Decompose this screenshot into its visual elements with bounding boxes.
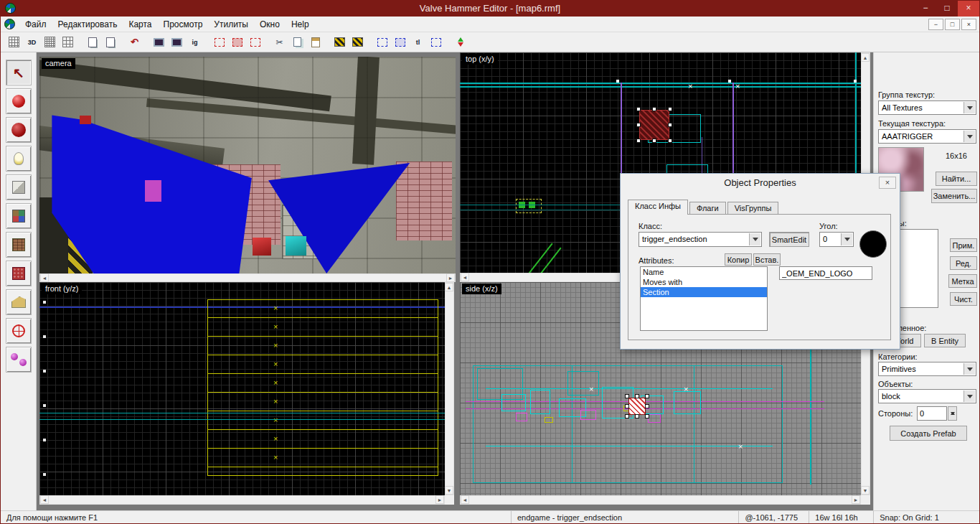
dropdown-arrow-icon[interactable] (841, 233, 852, 245)
copy-button[interactable] (289, 34, 306, 50)
toggle-grid-button[interactable] (6, 34, 22, 50)
replace-texture-button[interactable]: Заменить... (931, 189, 977, 203)
visgroup-purge-button[interactable]: Чист. (950, 292, 977, 306)
object-properties-dialog[interactable]: Object Properties × Класс Инфы Флаги Vis… (620, 173, 900, 350)
categories-dropdown[interactable]: Primitives (878, 362, 976, 376)
scroll-left-button[interactable] (40, 273, 49, 282)
selection-handle[interactable] (635, 394, 639, 398)
mdi-minimize-button[interactable]: − (928, 19, 943, 30)
run-map-button[interactable] (151, 34, 167, 50)
tab-flags[interactable]: Флаги (689, 202, 726, 214)
selection-handle[interactable] (645, 404, 649, 408)
toggle-ignore-groups-button[interactable]: ig (187, 34, 203, 50)
texture-lock-button[interactable]: tl (410, 34, 426, 50)
scroll-left-button[interactable] (40, 495, 49, 504)
scroll-right-button[interactable] (852, 495, 860, 504)
selection-handle[interactable] (625, 404, 629, 408)
paste-button[interactable] (307, 34, 324, 50)
selection-handle[interactable] (636, 123, 641, 127)
attribute-row-moves-with[interactable]: Moves with (641, 277, 767, 287)
menu-window[interactable]: Окно (254, 18, 286, 31)
copy-attributes-button[interactable]: Копир (725, 253, 752, 266)
menu-map[interactable]: Карта (123, 18, 157, 31)
camera-viewport[interactable]: camera (39, 57, 456, 282)
close-button[interactable]: × (958, 1, 979, 17)
selection-tool-button[interactable] (6, 60, 32, 85)
mdi-restore-button[interactable]: □ (945, 19, 960, 30)
faces-spinner[interactable] (948, 406, 957, 421)
dropdown-arrow-icon[interactable] (963, 363, 975, 375)
find-texture-button[interactable]: Найти... (936, 172, 977, 186)
front-hscrollbar[interactable] (39, 495, 445, 505)
edit-cordon-bounds-button[interactable] (211, 34, 227, 50)
objects-dropdown[interactable]: block (878, 389, 976, 403)
scroll-right-button[interactable] (435, 495, 444, 504)
block-tool-button[interactable] (6, 174, 32, 200)
selection-handle[interactable] (668, 123, 672, 127)
selection-handle[interactable] (625, 394, 629, 398)
toggle-cordon-state-button[interactable] (229, 34, 245, 50)
apply-texture-tool-button[interactable] (6, 232, 32, 258)
load-window-state-button[interactable] (84, 34, 100, 50)
selection-handle[interactable] (635, 414, 639, 418)
texture-group-dropdown[interactable]: All Textures (878, 100, 976, 115)
to-entity-button[interactable]: В Entity (924, 334, 966, 347)
create-prefab-button[interactable]: Создать Prefab (890, 426, 967, 441)
dropdown-arrow-icon[interactable] (963, 102, 975, 113)
dropdown-arrow-icon[interactable] (963, 131, 975, 142)
menu-file[interactable]: Файл (19, 18, 52, 31)
scroll-up-button[interactable] (445, 283, 453, 291)
attribute-value-input[interactable] (779, 266, 872, 280)
decal-tool-button[interactable] (6, 261, 32, 286)
tab-visgroups[interactable]: VisГруппы (727, 202, 779, 214)
scroll-left-button[interactable] (461, 495, 469, 504)
save-window-state-button[interactable] (102, 34, 118, 50)
larger-grid-button[interactable] (60, 34, 76, 50)
go-to-coordinates-button[interactable] (169, 34, 185, 50)
menu-tools[interactable]: Утилиты (208, 18, 254, 31)
visgroup-apply-button[interactable]: Прим. (950, 238, 977, 252)
camera-view-content[interactable]: camera (39, 57, 456, 273)
ungroup-button[interactable] (392, 34, 408, 50)
dropdown-arrow-icon[interactable] (963, 390, 975, 402)
maximize-button[interactable]: □ (936, 1, 958, 17)
front-viewport[interactable]: front (y/z) (39, 282, 454, 505)
scroll-up-button[interactable] (861, 53, 870, 62)
menu-edit[interactable]: Редактировать (52, 18, 123, 31)
cut-button[interactable] (271, 34, 288, 50)
selection-handle[interactable] (652, 107, 656, 111)
scroll-down-button[interactable] (861, 486, 870, 495)
minimize-button[interactable]: − (915, 1, 936, 17)
selection-handle[interactable] (668, 139, 672, 143)
selection-handle[interactable] (636, 139, 641, 143)
toggle-3d-grid-button[interactable]: 3D (24, 34, 40, 50)
toggle-helpers-button[interactable] (452, 34, 468, 50)
paste-attributes-button[interactable]: Встав. (753, 253, 781, 266)
toggle-autoselect-button[interactable] (428, 34, 444, 50)
scroll-right-button[interactable] (446, 273, 455, 282)
select-touching-button[interactable] (247, 34, 263, 50)
class-dropdown[interactable]: trigger_endsection (639, 232, 762, 247)
titlebar[interactable]: Valve Hammer Editor - [map6.rmf] − □ × (1, 1, 979, 17)
menu-help[interactable]: Help (286, 18, 315, 31)
current-texture-dropdown[interactable]: AAATRIGGER (878, 129, 976, 144)
selection-handle[interactable] (625, 414, 629, 418)
group-button[interactable] (374, 34, 390, 50)
selection-handle[interactable] (645, 414, 649, 418)
dropdown-arrow-icon[interactable] (749, 233, 760, 245)
selected-trigger-brush[interactable] (636, 107, 674, 144)
camera-tool-button[interactable] (6, 117, 32, 143)
selection-handle[interactable] (652, 139, 656, 143)
dialog-close-button[interactable]: × (879, 177, 896, 189)
scroll-left-button[interactable] (461, 273, 469, 281)
tab-class-info[interactable]: Класс Инфы (628, 200, 688, 215)
smaller-grid-button[interactable] (42, 34, 58, 50)
mdi-close-button[interactable]: × (961, 19, 976, 30)
selection-handle[interactable] (636, 107, 641, 111)
angle-dial[interactable] (859, 230, 887, 258)
side-hscrollbar[interactable] (460, 495, 861, 505)
attribute-row-name[interactable]: Name (641, 267, 767, 277)
front-vscrollbar[interactable] (445, 282, 454, 495)
attribute-row-section[interactable]: Section (641, 287, 767, 297)
carve-button[interactable] (331, 34, 348, 50)
